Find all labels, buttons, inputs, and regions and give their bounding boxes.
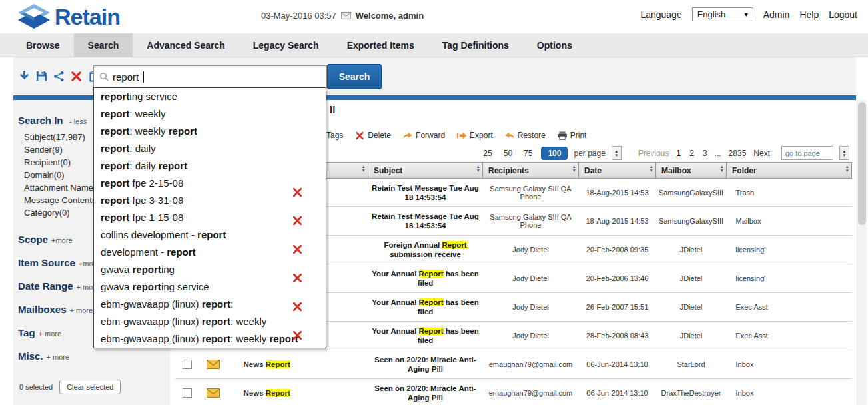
suggestion-item[interactable]: report: daily report xyxy=(94,157,326,175)
tab-search[interactable]: Search xyxy=(74,33,133,57)
logout-link[interactable]: Logout xyxy=(829,9,857,20)
page-size-25[interactable]: 25 xyxy=(480,147,494,159)
col-header-recipients[interactable]: Recipients▲▼ xyxy=(483,163,579,179)
table-row[interactable]: News ReportSeen on 20/20: Miracle Anti-A… xyxy=(175,350,852,379)
suggestion-item[interactable]: gwava reporting xyxy=(94,261,326,278)
table-row[interactable]: News ReportSeen on 20/20: Miracle Anti-A… xyxy=(175,379,852,405)
page-2835[interactable]: 2835 xyxy=(727,149,748,158)
suggestion-item[interactable]: report: weekly report xyxy=(94,123,326,140)
retain-logo[interactable]: Retain xyxy=(16,3,120,30)
recipients-cell: emaughan79@gmail.com xyxy=(483,350,579,379)
mailbox-cell: DraxTheDestroyer xyxy=(656,379,727,405)
suggestion-item[interactable]: report fpe 2-15-08 xyxy=(94,175,326,192)
suggestion-item[interactable]: ebm-gwavaapp (linux) report: weekly xyxy=(94,313,326,330)
deleted-x-icon xyxy=(292,273,302,283)
save-icon[interactable] xyxy=(36,71,47,82)
sort-arrows-icon[interactable]: ▲▼ xyxy=(572,165,576,173)
subject-cell: Your Annual Report has been filed xyxy=(368,322,483,350)
page-size-50[interactable]: 50 xyxy=(501,147,515,159)
section-title-misc[interactable]: Misc. xyxy=(18,350,43,362)
suggestion-item[interactable]: report: daily xyxy=(94,140,326,157)
col-header-date[interactable]: Date▲▼ xyxy=(579,163,656,179)
col-header-folder[interactable]: Folder▲▼ xyxy=(727,163,852,179)
page-size-75[interactable]: 75 xyxy=(521,147,535,159)
goto-page-input[interactable] xyxy=(781,146,833,160)
subject-cell: Your Annual Report has been filed xyxy=(368,264,483,293)
date-cell: 20-Feb-2008 09:35 xyxy=(579,236,656,264)
date-cell: 20-Feb-2006 13:46 xyxy=(579,264,656,293)
sort-arrows-icon[interactable]: ▲▼ xyxy=(845,165,849,173)
admin-link[interactable]: Admin xyxy=(763,9,790,20)
sort-arrows-icon[interactable]: ▲▼ xyxy=(476,165,480,173)
scrollbar-thumb[interactable] xyxy=(858,102,866,225)
clear-selected-button[interactable]: Clear selected xyxy=(59,380,121,394)
col-header-subject[interactable]: Subject▲▼ xyxy=(368,163,483,179)
page-1[interactable]: 1 xyxy=(675,149,683,158)
suggestion-item[interactable]: reporting service xyxy=(94,88,326,105)
sort-arrows-icon[interactable]: ▲▼ xyxy=(720,165,724,173)
tab-legacy-search[interactable]: Legacy Search xyxy=(239,33,333,57)
action-delete[interactable]: Delete xyxy=(354,131,391,140)
col-header-mailbox[interactable]: Mailbox▲▼ xyxy=(656,163,727,179)
section-title-mailboxes[interactable]: Mailboxes xyxy=(18,304,67,315)
action-restore[interactable]: Restore xyxy=(504,131,546,140)
search-input[interactable]: report xyxy=(93,65,327,88)
row-checkbox[interactable] xyxy=(183,388,192,398)
help-link[interactable]: Help xyxy=(799,9,819,20)
mailbox-cell: JDietel xyxy=(656,293,727,322)
suggestion-item[interactable]: collins development - report xyxy=(94,226,326,244)
tab-tag-definitions[interactable]: Tag Definitions xyxy=(428,33,523,57)
suggestion-item[interactable]: ebm-gwavaapp (linux) report: xyxy=(94,296,326,313)
suggestion-item[interactable]: report fpe 1-15-08 xyxy=(94,209,326,226)
action-forward[interactable]: Forward xyxy=(402,131,445,140)
goto-page-stepper[interactable]: ▲▼ xyxy=(839,146,849,160)
page-2[interactable]: 2 xyxy=(688,149,695,158)
next-page[interactable]: Next xyxy=(753,149,770,158)
folder-cell: Inbox xyxy=(727,379,852,405)
suggestion-item[interactable]: report fpe 3-31-08 xyxy=(94,192,326,209)
pagination: 255075100per page▲▼Previous123...2835Nex… xyxy=(480,146,849,160)
suggestion-item[interactable]: gwava reporting service xyxy=(94,278,326,296)
search-in-toggle[interactable]: - less xyxy=(69,117,87,125)
suggestion-item[interactable]: ebm-gwavaapp (linux) report: weekly repo… xyxy=(94,330,326,348)
date-cell: 28-Feb-2008 08:43 xyxy=(579,322,656,350)
vertical-scrollbar[interactable] xyxy=(857,100,867,405)
deleted-x-icon xyxy=(292,216,302,226)
language-select[interactable]: English ▼ xyxy=(692,7,753,21)
previous-page[interactable]: Previous xyxy=(638,149,669,158)
search-in-title[interactable]: Search In xyxy=(18,115,63,126)
section-title-item-source[interactable]: Item Source xyxy=(18,257,75,268)
from-cell: News Report xyxy=(227,350,368,379)
print-icon xyxy=(557,131,568,140)
download-icon[interactable] xyxy=(19,71,30,82)
action-print[interactable]: Print xyxy=(557,131,587,140)
col-header-label: Subject xyxy=(374,166,402,175)
page-size-100[interactable]: 100 xyxy=(541,147,568,160)
share-icon[interactable] xyxy=(53,71,65,82)
tab-bar: BrowseSearchAdvanced SearchLegacy Search… xyxy=(0,33,868,57)
tab-browse[interactable]: Browse xyxy=(12,33,74,57)
section-toggle-tag[interactable]: + more xyxy=(39,330,62,338)
language-label: Language xyxy=(640,9,681,20)
delete-icon[interactable] xyxy=(71,71,82,82)
action-export[interactable]: Export xyxy=(456,131,493,140)
results-actions: TagsDeleteForwardExportRestorePrint xyxy=(313,131,586,140)
header-links: Language English ▼ Admin Help Logout xyxy=(640,7,857,21)
section-toggle-misc[interactable]: + more xyxy=(47,353,70,361)
page-3[interactable]: 3 xyxy=(701,149,709,158)
section-title-scope[interactable]: Scope xyxy=(18,234,48,245)
section-title-date-range[interactable]: Date Range xyxy=(18,280,73,292)
section-toggle-scope[interactable]: +more xyxy=(51,236,73,244)
section-title-tag[interactable]: Tag xyxy=(18,327,35,338)
row-checkbox[interactable] xyxy=(183,360,192,369)
suggestion-item[interactable]: report: weekly xyxy=(94,105,326,123)
sort-arrows-icon[interactable]: ▲▼ xyxy=(650,165,653,173)
section-toggle-mailboxes[interactable]: + more xyxy=(70,306,93,314)
search-button[interactable]: Search xyxy=(327,64,382,89)
tab-exported-items[interactable]: Exported Items xyxy=(333,33,428,57)
tab-options[interactable]: Options xyxy=(523,33,586,57)
sort-arrows-icon[interactable]: ▲▼ xyxy=(362,165,366,173)
suggestion-item[interactable]: development - report xyxy=(94,244,326,261)
per-page-stepper[interactable]: ▲▼ xyxy=(612,146,622,160)
tab-advanced-search[interactable]: Advanced Search xyxy=(133,33,239,57)
